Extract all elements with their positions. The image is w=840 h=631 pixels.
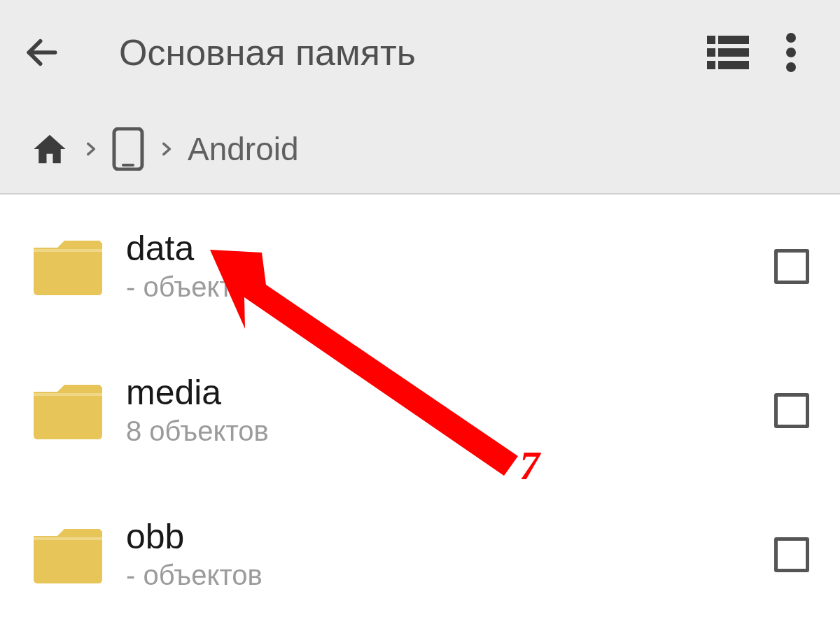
list-item[interactable]: media 8 объектов — [0, 339, 840, 483]
page-title: Основная память — [119, 31, 693, 73]
phone-icon — [112, 127, 144, 171]
breadcrumb-sep-1 — [81, 135, 99, 163]
list-item-texts: data - объектов — [126, 230, 774, 303]
svg-rect-2 — [718, 36, 749, 44]
breadcrumb: Android — [0, 105, 840, 194]
annotation-number: 7 — [519, 442, 540, 489]
more-button[interactable] — [763, 24, 819, 80]
folder-icon — [28, 235, 108, 298]
folder-sub: - объектов — [126, 560, 774, 591]
toolbar: Основная память — [0, 0, 840, 105]
select-checkbox[interactable] — [774, 537, 809, 572]
folder-sub: 8 объектов — [126, 416, 774, 447]
home-icon — [31, 130, 69, 168]
folder-name: obb — [126, 518, 774, 555]
breadcrumb-sep-2 — [157, 135, 175, 163]
list-item[interactable]: data - объектов — [0, 194, 840, 339]
list-view-icon — [707, 36, 749, 69]
chevron-right-icon — [81, 135, 99, 163]
chevron-right-icon — [157, 135, 175, 163]
view-toggle-button[interactable] — [700, 24, 756, 80]
breadcrumb-device[interactable] — [112, 127, 144, 171]
list-item-texts: media 8 объектов — [126, 374, 774, 447]
breadcrumb-current[interactable]: Android — [188, 130, 299, 168]
list-item-texts: obb - объектов — [126, 518, 774, 591]
folder-name: data — [126, 230, 774, 267]
svg-rect-11 — [122, 164, 134, 166]
svg-rect-3 — [707, 48, 715, 57]
folder-name: media — [126, 374, 774, 411]
svg-rect-5 — [707, 61, 715, 69]
svg-point-8 — [786, 48, 796, 57]
svg-point-7 — [786, 33, 796, 43]
svg-rect-6 — [718, 61, 749, 69]
back-button[interactable] — [21, 31, 63, 73]
arrow-left-icon — [22, 33, 62, 72]
list-item[interactable]: obb - объектов — [0, 483, 840, 627]
folder-sub: - объектов — [126, 271, 774, 303]
svg-rect-1 — [707, 36, 715, 44]
select-checkbox[interactable] — [774, 393, 809, 428]
folder-icon — [28, 523, 108, 586]
kebab-icon — [786, 33, 796, 72]
select-checkbox[interactable] — [774, 249, 809, 284]
svg-point-9 — [786, 62, 796, 72]
svg-rect-10 — [114, 129, 142, 169]
breadcrumb-home[interactable] — [31, 130, 69, 168]
svg-rect-4 — [718, 48, 749, 57]
folder-icon — [28, 379, 108, 442]
folder-list: data - объектов media 8 объектов obb - о… — [0, 194, 840, 627]
